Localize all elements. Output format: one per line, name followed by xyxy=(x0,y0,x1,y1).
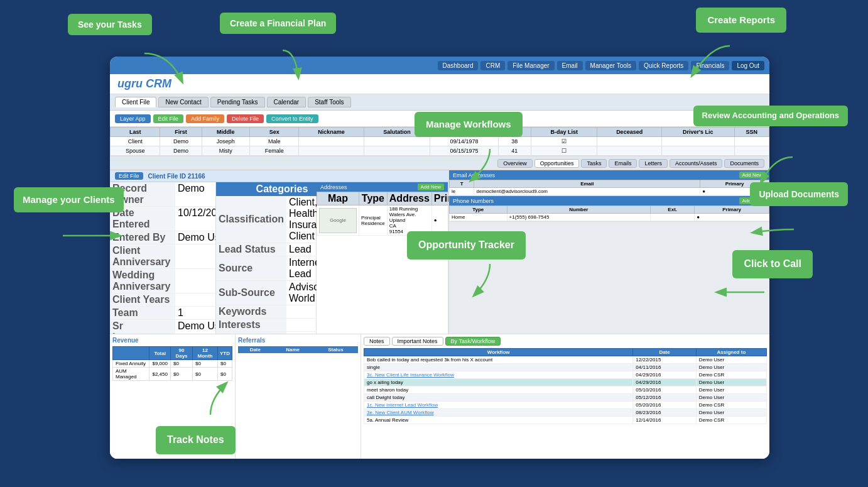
convert-entity-btn[interactable]: Convert to Entity xyxy=(266,114,318,123)
subtab-opportunities[interactable]: Opportunities xyxy=(534,159,580,168)
table-row: meet sharon today05/10/2016Demo User xyxy=(364,386,767,394)
nav-financials[interactable]: Financials xyxy=(691,61,729,70)
table-row: SpouseDemoMistyFemale06/15/197541☐ xyxy=(111,146,769,156)
add-email-btn[interactable]: Add New xyxy=(739,172,766,178)
col-header-deceased: Deceased xyxy=(597,128,661,137)
revenue-title: Revenue xyxy=(112,337,232,344)
callout-manage-workflows: Manage Workflows xyxy=(415,112,523,137)
col-header-middle: Middle xyxy=(202,128,249,137)
nav-crm[interactable]: CRM xyxy=(480,61,505,70)
nav-file-manager[interactable]: File Manager xyxy=(507,61,554,70)
callout-track-notes: Track Notes xyxy=(156,426,236,454)
email-panel: Email Addresses Add New TEmailPrimary le… xyxy=(449,170,769,196)
top-nav: Dashboard CRM File Manager Email Manager… xyxy=(110,57,769,74)
col-header-first: First xyxy=(160,128,202,137)
outer-container: Dashboard CRM File Manager Email Manager… xyxy=(0,0,868,487)
subtab-emails[interactable]: Emails xyxy=(609,159,637,168)
subtab-letters[interactable]: Letters xyxy=(639,159,668,168)
col-header-last: Last xyxy=(111,128,160,137)
tab-calendar[interactable]: Calendar xyxy=(267,97,307,107)
callout-see-tasks: See your Tasks xyxy=(68,14,152,35)
edit-file-header-btn[interactable]: Edit File xyxy=(115,172,143,180)
table-row: 3e. New Client AUM Workflow08/23/2016Dem… xyxy=(364,409,767,417)
notes-col-workflow: Workflow xyxy=(364,349,633,356)
table-row: AUM Managed$2,450$0$0$0 xyxy=(113,368,232,381)
logo: ugru CRM xyxy=(117,77,171,90)
callout-click-to-call: Click to Call xyxy=(732,250,813,278)
table-row: Fixed Annuity$9,000$0$0$0 xyxy=(113,360,232,368)
main-tab-row: Client File New Contact Pending Tasks Ca… xyxy=(110,94,769,111)
tab-pending-tasks[interactable]: Pending Tasks xyxy=(210,97,265,107)
callout-review-accounting: Review Accounting and Operations xyxy=(693,106,848,126)
callout-financial-plan: Create a Financial Plan xyxy=(220,13,336,34)
notes-col-assigned: Assigned to xyxy=(696,349,766,356)
col-header-bday: B-day List xyxy=(531,128,597,137)
callout-upload-documents: Upload Documents xyxy=(750,182,848,206)
callout-opportunity-tracker: Opportunity Tracker xyxy=(407,231,526,260)
nav-manager-tools[interactable]: Manager Tools xyxy=(585,61,636,70)
addresses-header-label: Addresses xyxy=(320,184,347,190)
edit-file-btn-action[interactable]: Edit File xyxy=(153,114,184,123)
table-row: ClientDemoJosephMale09/14/197838☑ xyxy=(111,137,769,146)
tab-client-file[interactable]: Client File xyxy=(115,97,156,107)
delete-file-btn[interactable]: Delete File xyxy=(227,114,264,123)
notes-col-date: Date xyxy=(633,349,696,356)
file-header: Edit File Client File ID 21166 xyxy=(110,170,448,182)
table-row: single04/11/2016Demo User xyxy=(364,364,767,371)
referrals-box: Referrals DateNameStatus xyxy=(236,334,361,459)
layer-app-btn[interactable]: Layer App xyxy=(115,114,151,123)
callout-create-reports: Create Reports xyxy=(696,8,786,33)
notes-tab-notes[interactable]: Notes xyxy=(364,337,390,346)
table-row: go x ailing today04/29/2016Demo User xyxy=(364,379,767,386)
table-row: 5a. Annual Review12/14/2016Demo CSR xyxy=(364,417,767,424)
subtab-tasks[interactable]: Tasks xyxy=(581,159,607,168)
logo-area: ugru CRM xyxy=(110,74,769,94)
notes-tabs: Notes Important Notes By Task/Workflow xyxy=(364,337,767,346)
col-header-sex: Sex xyxy=(250,128,299,137)
info-column: Record OwnerDemo Date Entered10/12/2015 … xyxy=(110,182,216,334)
table-row: call Dwight today05/12/2016Demo User xyxy=(364,394,767,402)
add-family-btn[interactable]: Add Family xyxy=(186,114,224,123)
categories-column: Categories ClassificationClient, Health … xyxy=(216,182,317,334)
table-row: ledemoclient@advisorcloud9.com● xyxy=(450,188,769,195)
phone-panel-label: Phone Numbers xyxy=(453,198,494,204)
referrals-title: Referrals xyxy=(238,337,358,344)
sub-tab-row: Overview Opportunities Tasks Emails Lett… xyxy=(110,156,769,170)
google-map: Google xyxy=(319,208,357,233)
nav-logout[interactable]: Log Out xyxy=(732,61,764,70)
col-header-ssn: SSN xyxy=(734,128,769,137)
subtab-overview[interactable]: Overview xyxy=(497,159,533,168)
subtab-documents[interactable]: Documents xyxy=(724,159,764,168)
col-header-driverlic: Driver's Lic xyxy=(661,128,734,137)
notes-box: Notes Important Notes By Task/Workflow W… xyxy=(361,334,769,459)
table-row: Home+1(555) 698-7545● xyxy=(450,214,769,221)
notes-tab-important[interactable]: Important Notes xyxy=(392,337,443,346)
tab-staff-tools[interactable]: Staff Tools xyxy=(308,97,350,107)
nav-dashboard[interactable]: Dashboard xyxy=(438,61,479,70)
col-header-nickname: Nickname xyxy=(299,128,364,137)
phone-panel: Phone Numbers Add New TypeNumberExt.Prim… xyxy=(449,196,769,222)
email-panel-label: Email Addresses xyxy=(453,172,495,178)
nav-quick-reports[interactable]: Quick Reports xyxy=(639,61,688,70)
tab-new-contact[interactable]: New Contact xyxy=(158,97,208,107)
add-address-btn[interactable]: Add New xyxy=(418,183,444,190)
notes-tab-workflow[interactable]: By Task/Workflow xyxy=(445,337,501,346)
table-row: 3c. New Client Life Insurance Workflow04… xyxy=(364,371,767,379)
subtab-accounts[interactable]: Accounts/Assets xyxy=(670,159,723,168)
table-row: 1c. New Internet Lead Workflow05/20/2016… xyxy=(364,402,767,409)
nav-email[interactable]: Email xyxy=(557,61,583,70)
table-row: Bob called in today and requested 3k fro… xyxy=(364,356,767,364)
callout-manage-clients: Manage your Clients xyxy=(14,187,124,212)
file-id-label: Client File ID 21166 xyxy=(148,173,205,180)
